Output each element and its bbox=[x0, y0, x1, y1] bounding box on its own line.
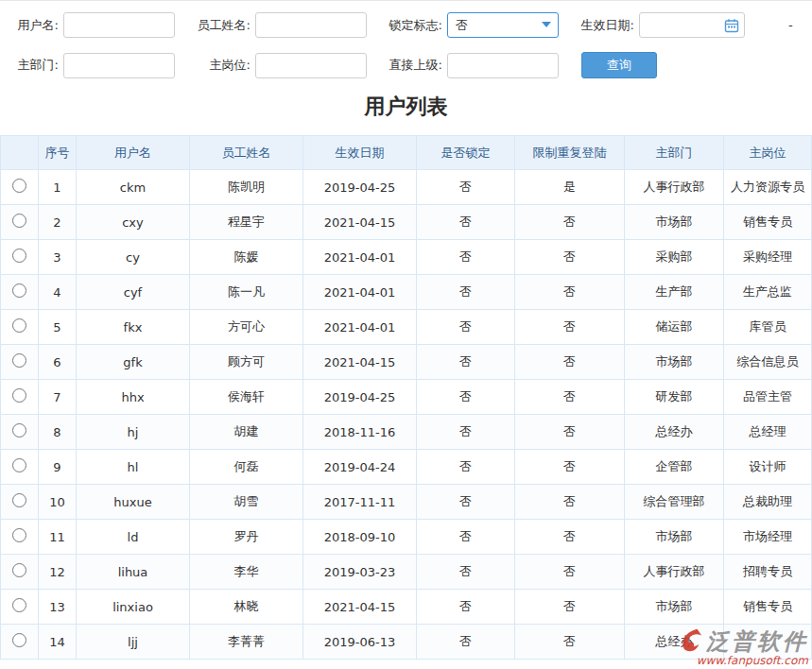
cell-department: 综合管理部 bbox=[625, 485, 724, 520]
row-select-radio[interactable] bbox=[12, 493, 26, 507]
cell-employee-name: 胡雪 bbox=[190, 485, 303, 520]
row-select-radio[interactable] bbox=[12, 423, 26, 437]
header-post: 主岗位 bbox=[724, 136, 812, 170]
cell-restrict-login: 否 bbox=[515, 380, 625, 415]
chevron-down-icon bbox=[542, 22, 551, 27]
cell-department: 市场部 bbox=[625, 345, 724, 380]
row-select-cell bbox=[1, 170, 39, 205]
department-label: 主部门: bbox=[6, 57, 59, 74]
row-select-radio[interactable] bbox=[12, 179, 26, 193]
department-input[interactable] bbox=[63, 53, 175, 78]
table-row: 6 gfk 顾方可 2021-04-15 否 否 市场部 综合信息员 bbox=[1, 345, 812, 380]
table-row: 11 ld 罗丹 2018-09-10 否 否 市场部 市场经理 bbox=[1, 520, 812, 555]
cell-employee-name: 林晓 bbox=[190, 590, 303, 625]
filter-department: 主部门: bbox=[6, 53, 175, 78]
table-row: 7 hhx 侯海轩 2019-04-25 否 否 研发部 品管主管 bbox=[1, 380, 812, 415]
cell-restrict-login: 否 bbox=[515, 555, 625, 590]
table-row: 5 fkx 方可心 2021-04-01 否 否 储运部 库管员 bbox=[1, 310, 812, 345]
cell-locked: 否 bbox=[417, 380, 515, 415]
cell-department: 人事行政部 bbox=[625, 555, 724, 590]
row-select-radio[interactable] bbox=[12, 388, 26, 403]
employee-name-label: 员工姓名: bbox=[186, 17, 251, 34]
calendar-icon[interactable] bbox=[724, 18, 739, 33]
date-range-separator: - bbox=[788, 18, 793, 32]
cell-effective-date: 2021-04-15 bbox=[303, 590, 417, 625]
user-table: 序号 用户名 员工姓名 生效日期 是否锁定 限制重复登陆 主部门 主岗位 1 c… bbox=[0, 135, 812, 660]
post-label: 主岗位: bbox=[186, 57, 251, 74]
cell-employee-name: 李菁菁 bbox=[190, 625, 303, 660]
row-select-cell bbox=[1, 555, 39, 590]
row-select-radio[interactable] bbox=[12, 318, 26, 333]
username-input[interactable] bbox=[63, 12, 175, 38]
row-select-cell bbox=[1, 345, 39, 380]
cell-index: 5 bbox=[39, 310, 77, 345]
header-department: 主部门 bbox=[625, 136, 724, 170]
cell-post: 市场经理 bbox=[724, 520, 812, 555]
cell-effective-date: 2021-04-15 bbox=[303, 345, 417, 380]
cell-employee-name: 罗丹 bbox=[190, 520, 303, 555]
filter-row-2: 主部门: 主岗位: 直接上级: 查询 bbox=[6, 52, 806, 78]
table-row: 10 huxue 胡雪 2017-11-11 否 否 综合管理部 总裁助理 bbox=[1, 485, 812, 520]
cell-index: 3 bbox=[39, 240, 77, 275]
search-button[interactable]: 查询 bbox=[581, 52, 657, 78]
cell-employee-name: 胡建 bbox=[190, 415, 303, 450]
cell-username: ld bbox=[77, 520, 190, 555]
cell-locked: 否 bbox=[417, 450, 515, 485]
username-label: 用户名: bbox=[6, 17, 59, 34]
row-select-radio[interactable] bbox=[12, 563, 26, 577]
cell-restrict-login: 否 bbox=[515, 450, 625, 485]
cell-department: 市场部 bbox=[625, 590, 724, 625]
table-row: 4 cyf 陈一凡 2021-04-01 否 否 生产部 生产总监 bbox=[1, 275, 812, 310]
cell-restrict-login: 是 bbox=[515, 170, 625, 205]
cell-effective-date: 2021-04-15 bbox=[303, 205, 417, 240]
cell-index: 10 bbox=[39, 485, 77, 520]
cell-username: cy bbox=[77, 240, 190, 275]
row-select-radio[interactable] bbox=[12, 214, 26, 228]
cell-employee-name: 方可心 bbox=[190, 310, 303, 345]
cell-employee-name: 陈凯明 bbox=[190, 170, 303, 205]
row-select-radio[interactable] bbox=[12, 598, 26, 612]
cell-post: 人力资源专员 bbox=[724, 170, 812, 205]
row-select-radio[interactable] bbox=[12, 633, 26, 647]
header-employee-name: 员工姓名 bbox=[190, 136, 303, 170]
header-effective-date: 生效日期 bbox=[303, 136, 417, 170]
employee-name-input[interactable] bbox=[255, 12, 367, 38]
cell-post: 销售专员 bbox=[724, 590, 812, 625]
cell-department: 总经办 bbox=[625, 415, 724, 450]
row-select-radio[interactable] bbox=[12, 249, 26, 263]
superior-input[interactable] bbox=[447, 53, 559, 78]
row-select-radio[interactable] bbox=[12, 283, 26, 298]
table-row: 2 cxy 程星宇 2021-04-15 否 否 市场部 销售专员 bbox=[1, 205, 812, 240]
header-username: 用户名 bbox=[77, 136, 190, 170]
watermark: 泛普软件 www.fanpusoft.com bbox=[678, 626, 808, 667]
cell-locked: 否 bbox=[417, 345, 515, 380]
cell-department: 人事行政部 bbox=[625, 170, 724, 205]
superior-label: 直接上级: bbox=[378, 57, 442, 74]
cell-department: 市场部 bbox=[625, 520, 724, 555]
cell-index: 2 bbox=[39, 205, 77, 240]
cell-restrict-login: 否 bbox=[515, 310, 625, 345]
post-input[interactable] bbox=[255, 53, 367, 78]
row-select-radio[interactable] bbox=[12, 458, 26, 472]
effective-date-start-input[interactable] bbox=[639, 12, 745, 38]
cell-post: 招聘专员 bbox=[724, 555, 812, 590]
cell-employee-name: 何磊 bbox=[190, 450, 303, 485]
cell-locked: 否 bbox=[417, 170, 515, 205]
cell-employee-name: 陈一凡 bbox=[190, 275, 303, 310]
row-select-radio[interactable] bbox=[12, 528, 26, 542]
filter-employee-name: 员工姓名: bbox=[186, 12, 367, 38]
header-restrict-login: 限制重复登陆 bbox=[515, 136, 625, 170]
row-select-cell bbox=[1, 275, 39, 310]
cell-effective-date: 2021-04-01 bbox=[303, 275, 417, 310]
cell-effective-date: 2019-03-23 bbox=[303, 555, 417, 590]
cell-username: ckm bbox=[77, 170, 190, 205]
lock-flag-select[interactable]: 否 bbox=[447, 12, 559, 38]
row-select-radio[interactable] bbox=[12, 353, 26, 368]
lock-flag-label: 锁定标志: bbox=[378, 17, 442, 34]
cell-locked: 否 bbox=[417, 275, 515, 310]
cell-department: 采购部 bbox=[625, 240, 724, 275]
filter-superior: 直接上级: bbox=[378, 53, 559, 78]
page-title: 用户列表 bbox=[0, 93, 812, 121]
cell-index: 6 bbox=[39, 345, 77, 380]
row-select-cell bbox=[1, 450, 39, 485]
